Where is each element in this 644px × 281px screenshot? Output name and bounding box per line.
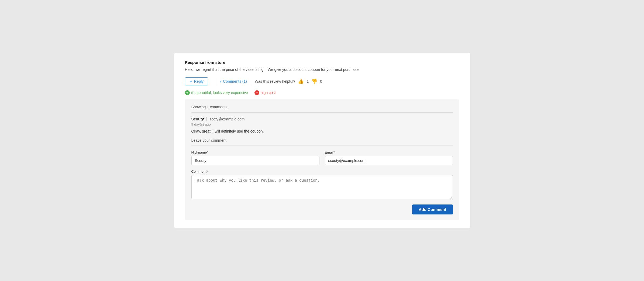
comment-textarea[interactable] bbox=[191, 175, 453, 199]
submit-row: Add Comment bbox=[191, 204, 453, 214]
positive-tag-label: it's beautiful, looks very expensive bbox=[191, 91, 248, 95]
action-divider-1 bbox=[216, 78, 216, 85]
helpful-label: Was this review helpful? bbox=[255, 79, 295, 84]
comment-text: Okay, great! I will definitely use the c… bbox=[191, 129, 453, 133]
thumbs-down-count: 0 bbox=[320, 79, 322, 84]
comment-time: 9 day(s) ago bbox=[191, 122, 453, 126]
comments-container: Showing 1 comments Scouty scoty@example.… bbox=[185, 99, 459, 220]
negative-tag: − high cost bbox=[254, 90, 276, 95]
add-comment-button[interactable]: Add Comment bbox=[412, 204, 453, 214]
positive-tag-icon: + bbox=[185, 90, 190, 95]
response-section: Response from store Hello, we regret tha… bbox=[185, 60, 459, 72]
nickname-group: Nickname* bbox=[191, 150, 319, 165]
response-text: Hello, we regret that the price of the v… bbox=[185, 67, 459, 72]
action-bar: ↩ Reply ∨ Comments (1) Was this review h… bbox=[185, 77, 459, 85]
thumbs-up-count: 1 bbox=[306, 79, 309, 84]
negative-tag-label: high cost bbox=[261, 91, 276, 95]
nickname-input[interactable] bbox=[191, 156, 319, 165]
helpful-section: Was this review helpful? 👍 1 👎 0 bbox=[255, 78, 322, 84]
comment-group: Comment* bbox=[191, 169, 453, 200]
positive-tag: + it's beautiful, looks very expensive bbox=[185, 90, 248, 95]
action-divider-2 bbox=[251, 78, 251, 85]
chevron-down-icon: ∨ bbox=[220, 80, 222, 83]
email-group: Email* bbox=[325, 150, 453, 165]
negative-tag-icon: − bbox=[254, 90, 259, 95]
thumbs-down-icon[interactable]: 👎 bbox=[311, 78, 317, 84]
thumbs-up-icon[interactable]: 👍 bbox=[298, 78, 304, 84]
comment-label: Comment* bbox=[191, 169, 453, 174]
comment-email: scoty@example.com bbox=[209, 117, 244, 121]
email-input[interactable] bbox=[325, 156, 453, 165]
reply-label: Reply bbox=[194, 79, 204, 84]
email-label: Email* bbox=[325, 150, 453, 154]
reply-button[interactable]: ↩ Reply bbox=[185, 77, 208, 85]
comments-link[interactable]: ∨ Comments (1) bbox=[220, 79, 247, 84]
comment-username: Scouty bbox=[191, 117, 204, 121]
response-title: Response from store bbox=[185, 60, 459, 65]
review-card: Response from store Hello, we regret tha… bbox=[174, 52, 470, 229]
leave-comment-label: Leave your comment bbox=[191, 138, 453, 145]
reply-arrow-icon: ↩ bbox=[190, 79, 192, 84]
comments-link-label: Comments (1) bbox=[223, 79, 247, 84]
comment-user-row: Scouty scoty@example.com bbox=[191, 117, 453, 121]
tags-row: + it's beautiful, looks very expensive −… bbox=[185, 90, 459, 95]
nickname-label: Nickname* bbox=[191, 150, 319, 154]
comment-email-divider bbox=[206, 117, 207, 121]
comment-item: Scouty scoty@example.com 9 day(s) ago Ok… bbox=[191, 117, 453, 133]
comments-header: Showing 1 comments bbox=[191, 105, 453, 113]
form-row-nickname-email: Nickname* Email* bbox=[191, 150, 453, 165]
